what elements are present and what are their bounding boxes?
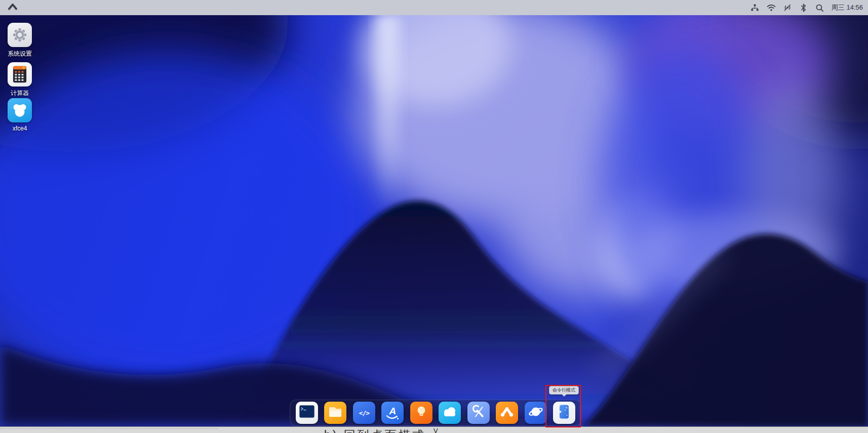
app-store-icon: A <box>381 402 404 424</box>
screen: 周三 14:56 <box>0 0 868 433</box>
dock-item-uos-assistant[interactable] <box>496 402 518 424</box>
desktop-icon-system-settings[interactable]: 系统设置 <box>2 23 38 58</box>
dock-item-browser[interactable] <box>525 402 547 424</box>
stray-text: V <box>433 427 438 433</box>
panel-left <box>0 2 19 13</box>
terminal-icon <box>296 402 318 424</box>
desktop-icon-calculator[interactable]: 计算器 <box>2 62 38 98</box>
clock[interactable]: 周三 14:56 <box>832 3 863 12</box>
cloud-icon <box>439 402 461 424</box>
wrench-icon <box>467 402 490 424</box>
dock-item-app-store[interactable]: A <box>381 402 404 424</box>
desktop-icon-label: 系统设置 <box>8 50 32 58</box>
bulb-icon <box>410 402 432 424</box>
dock-item-terminal[interactable] <box>296 402 318 424</box>
tooltip-command-line-mode: 命令行模式 <box>549 386 579 395</box>
top-panel: 周三 14:56 <box>0 0 868 15</box>
uos-launcher-icon <box>7 3 18 13</box>
code-icon: </> <box>359 409 369 417</box>
desktop-icon-label: xfce4 <box>13 125 27 132</box>
desktop-icon-label: 计算器 <box>11 89 29 98</box>
planet-icon <box>525 402 547 424</box>
desktop: 系统设置 计算器 <box>0 15 868 426</box>
tooltip-text: 命令行模式 <box>553 387 575 394</box>
search-icon[interactable] <box>815 3 824 12</box>
launcher-button[interactable] <box>6 2 19 13</box>
dock-item-command-line-mode[interactable] <box>553 402 575 424</box>
network-icon[interactable] <box>751 3 760 12</box>
document-strip: V b) 回到桌面模式 <box>0 426 868 433</box>
settings-gear-icon <box>8 23 32 47</box>
dashed-line <box>0 428 218 429</box>
system-tray: 周三 14:56 <box>751 3 868 12</box>
calculator-icon <box>8 62 32 86</box>
dock-item-file-manager[interactable] <box>324 402 346 424</box>
dock-item-toolbox[interactable] <box>467 402 490 424</box>
wireless-off-icon[interactable] <box>783 3 792 12</box>
bluetooth-icon[interactable] <box>799 3 808 12</box>
xfce-mouse-icon <box>8 98 32 122</box>
wallpaper <box>0 15 868 426</box>
chevron-molecule-icon <box>496 402 518 424</box>
partial-document-text: b) 回到桌面模式 <box>324 427 426 433</box>
wifi-icon[interactable] <box>767 3 776 12</box>
dock-item-cloud[interactable] <box>439 402 461 424</box>
dock-item-code-editor[interactable]: </> <box>353 402 375 424</box>
folder-icon <box>324 402 346 424</box>
cli-door-icon <box>553 402 575 424</box>
desktop-icon-xfce4[interactable]: xfce4 <box>2 98 38 132</box>
tooltip-arrow <box>562 394 567 397</box>
dock-item-tips[interactable] <box>410 402 432 424</box>
dock: </> A <box>290 400 581 426</box>
